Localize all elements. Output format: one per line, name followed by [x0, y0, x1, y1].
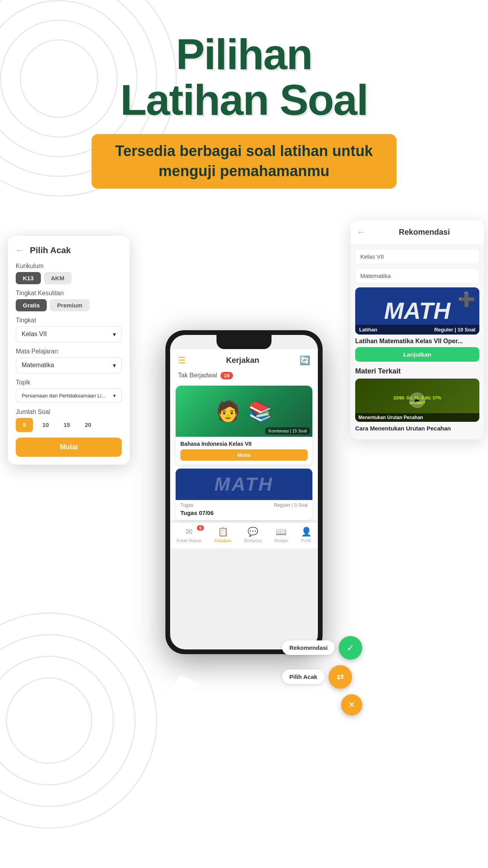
exercise-img-1: 🧑 📚 Kombinasi | 15 Soal — [176, 386, 312, 437]
kurikulum-k13-tag[interactable]: K13 — [16, 272, 41, 284]
tingkat-label: Tingkat — [16, 317, 122, 324]
nav-profil[interactable]: 👤 Profil — [301, 527, 312, 543]
tugas-name: Tugas 07/06 — [176, 509, 312, 520]
profil-label: Profil — [301, 538, 311, 543]
jumlah-soal-label: Jumlah Soal — [16, 408, 122, 416]
rekomendasi-card: ← Rekomendasi Kelas VII Matematika MATH … — [350, 220, 484, 440]
mata-pelajaran-select[interactable]: Matematika ▾ — [16, 357, 122, 373]
kesulitan-tags: Gratis Premium — [16, 299, 122, 311]
materi-terkait-title: Materi Terkait — [350, 362, 484, 379]
kurikulum-tags: K13 AKM — [16, 272, 122, 284]
hero-subtitle-line1: Tersedia berbagai soal latihan untuk — [115, 141, 373, 161]
main-phone-mockup: ☰ Kerjakan 🔄 Tak Berjadwal 19 🧑 📚 — [165, 330, 323, 654]
kesulitan-premium-tag[interactable]: Premium — [50, 299, 89, 311]
nav-belajar[interactable]: 📖 Belajar — [275, 527, 288, 543]
hero-subtitle-line2: menguji pemahamanmu — [115, 161, 373, 181]
jumlah-20-btn[interactable]: 20 — [79, 418, 97, 432]
rekom-back-icon[interactable]: ← — [357, 227, 365, 237]
kerjakan-header: ☰ Kerjakan 🔄 — [170, 349, 318, 369]
math-thumb-text: MATH — [384, 297, 451, 324]
kotak-masuk-icon: ✉ — [185, 527, 193, 537]
jumlah-10-btn[interactable]: 10 — [37, 418, 54, 432]
nav-bertanya[interactable]: 💬 Bertanya — [244, 527, 262, 543]
mata-pelajaran-label: Mata Pelajaran — [16, 348, 122, 355]
phone-screen: ☰ Kerjakan 🔄 Tak Berjadwal 19 🧑 📚 — [170, 335, 318, 649]
rekomendasi-header: ← Rekomendasi — [350, 220, 484, 245]
belajar-icon: 📖 — [276, 527, 286, 537]
kurikulum-label: Kurikulum — [16, 263, 122, 270]
chevron-down-icon: ▾ — [113, 331, 116, 338]
exercise-info-1: Bahasa Indonesia Kelas VII Mulai — [176, 437, 312, 465]
kerjakan-menu-icon[interactable]: ☰ — [178, 355, 186, 366]
video-description: Cara Menentukan Urutan Pecahan — [350, 422, 484, 432]
exercise-card-1: 🧑 📚 Kombinasi | 15 Soal Bahasa Indonesia… — [176, 386, 312, 465]
fab-container: Rekomendasi ✓ Pilih Acak ⇄ ✕ — [282, 636, 362, 715]
fab-close-item: ✕ — [282, 694, 362, 715]
tugas-card: MATH Tugas Reguler | 0 Soal Tugas 07/06 — [176, 469, 312, 520]
fab-close-button[interactable]: ✕ — [341, 694, 362, 715]
kotak-masuk-label: Kotak Masuk — [176, 538, 202, 543]
fab-rekomendasi-item: Rekomendasi ✓ — [282, 636, 362, 660]
rekom-mapel-field[interactable]: Matematika — [355, 268, 479, 283]
tingkat-kesulitan-label: Tingkat Kesulitan — [16, 290, 122, 297]
fab-pilih-acak-button[interactable]: ⇄ — [328, 665, 352, 689]
exercise-figures: 🧑 📚 — [216, 400, 272, 423]
rekom-card-body: Latihan Matematika Kelas VII Oper... Lan… — [350, 338, 484, 362]
jumlah-buttons: 5 10 15 20 — [16, 418, 122, 432]
jumlah-5-btn[interactable]: 5 — [16, 418, 33, 432]
nav-kotak-masuk[interactable]: ✉ 9 Kotak Masuk — [176, 527, 202, 543]
topik-group: Topik Persamaan dan Pertidaksamaan Linea… — [16, 379, 122, 403]
math-thumbnail: MATH ➕ Latihan Reguler | 10 Soal — [355, 287, 479, 335]
topik-select[interactable]: Persamaan dan Pertidaksamaan Linear Satu… — [16, 388, 122, 403]
video-thumbnail: 22/60 -5½ 31 -5,65; 37%urutan? ▶ Menentu… — [355, 379, 479, 422]
fab-pilih-acak-item: Pilih Acak ⇄ — [282, 665, 362, 689]
bertanya-icon: 💬 — [248, 527, 258, 537]
thumb-badge-latihan: Latihan — [359, 327, 377, 333]
rekomendasi-title: Rekomendasi — [371, 228, 478, 237]
jumlah-soal-group: Jumlah Soal 5 10 15 20 — [16, 408, 122, 432]
belajar-label: Belajar — [275, 538, 288, 543]
exercise-1-name: Bahasa Indonesia Kelas VII — [180, 441, 308, 447]
mulai-button[interactable]: Mulai — [16, 438, 122, 457]
math-thumb-badge: Latihan Reguler | 10 Soal — [355, 325, 479, 335]
tak-berjadwal-badge: 19 — [220, 372, 233, 379]
fab-rekomendasi-button[interactable]: ✓ — [339, 636, 362, 660]
tugas-section: MATH Tugas Reguler | 0 Soal Tugas 07/06 — [170, 469, 318, 520]
hero-subtitle-box: Tersedia berbagai soal latihan untuk men… — [92, 134, 396, 189]
kurikulum-akm-tag[interactable]: AKM — [44, 272, 72, 284]
tugas-tag-left: Tugas — [180, 502, 193, 508]
exercise-1-mulai-button[interactable]: Mulai — [180, 449, 308, 461]
fab-rekomendasi-label: Rekomendasi — [282, 640, 335, 655]
profil-icon: 👤 — [301, 527, 312, 537]
exercise-1-tag: Kombinasi | 15 Soal — [265, 427, 310, 434]
kurikulum-group: Kurikulum K13 AKM — [16, 263, 122, 284]
lanjutkan-button[interactable]: Lanjutkan — [355, 347, 479, 362]
tugas-info: Tugas Reguler | 0 Soal — [176, 500, 312, 509]
bertanya-label: Bertanya — [244, 538, 262, 543]
phones-area: ← Pilih Acak Kurikulum K13 AKM Tingkat K… — [0, 212, 488, 810]
kerjakan-refresh-icon[interactable]: 🔄 — [299, 355, 310, 366]
tugas-thumb: MATH — [176, 469, 312, 500]
card-pilih-acak-title: Pilih Acak — [30, 245, 71, 256]
kesulitan-gratis-tag[interactable]: Gratis — [16, 299, 47, 311]
thumb-badge-reguler: Reguler | 10 Soal — [434, 327, 475, 333]
svg-marker-0 — [161, 670, 207, 710]
chevron-down-icon-3: ▾ — [113, 393, 116, 399]
kerjakan-title: Kerjakan — [186, 356, 299, 365]
hero-title: Pilihan Latihan Soal — [24, 31, 464, 122]
tak-berjadwal-row: Tak Berjadwal 19 — [170, 369, 318, 383]
phone-notch — [216, 335, 272, 349]
nav-kerjakan[interactable]: 📋 Kerjakan — [215, 527, 231, 543]
rekom-exercise-name: Latihan Matematika Kelas VII Oper... — [355, 338, 479, 345]
figure-1: 🧑 — [216, 400, 240, 423]
tingkat-select[interactable]: Kelas VII ▾ — [16, 326, 122, 342]
kotak-masuk-badge: 9 — [197, 525, 204, 531]
bottom-navigation: ✉ 9 Kotak Masuk 📋 Kerjakan 💬 Bertanya 📖 … — [170, 522, 318, 548]
tugas-tag-right: Reguler | 0 Soal — [274, 502, 308, 508]
back-icon[interactable]: ← — [16, 245, 24, 256]
tingkat-group: Tingkat Kelas VII ▾ — [16, 317, 122, 342]
video-label: Menentukan Urutan Pecahan — [355, 413, 479, 422]
jumlah-15-btn[interactable]: 15 — [58, 418, 75, 432]
pilih-acak-card: ← Pilih Acak Kurikulum K13 AKM Tingkat K… — [8, 236, 130, 465]
rekom-kelas-field[interactable]: Kelas VII — [355, 249, 479, 264]
